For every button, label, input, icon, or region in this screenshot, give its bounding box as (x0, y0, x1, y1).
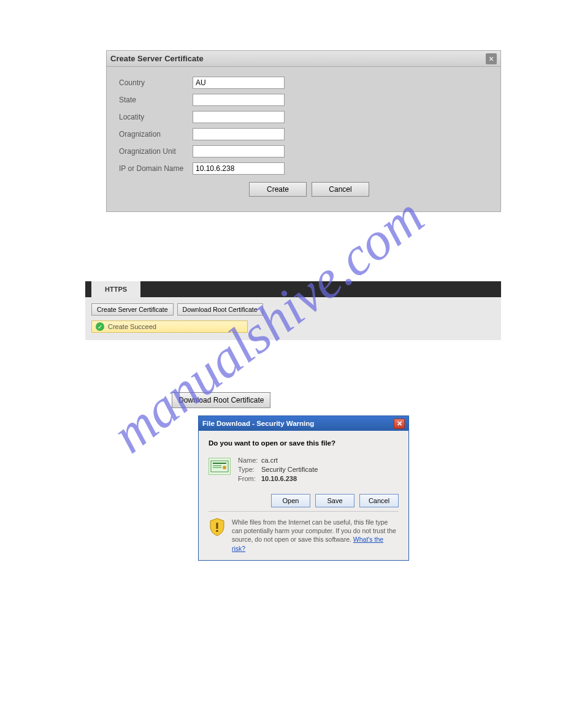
form-row-ip-domain: IP or Domain Name (119, 162, 488, 175)
value-type: Security Certificate (261, 466, 318, 473)
label-type: Type: (238, 466, 261, 473)
svg-rect-6 (216, 530, 218, 532)
file-download-dialog: File Download - Security Warning ✕ Do yo… (198, 415, 409, 561)
shield-icon (209, 518, 226, 536)
open-button[interactable]: Open (271, 494, 310, 507)
label-locality: Locatity (119, 113, 193, 121)
fd-titlebar: File Download - Security Warning ✕ (199, 416, 408, 431)
fd-button-row: Open Save Cancel (209, 494, 399, 507)
dialog-body: Country State Locatity Oragnization Orag… (107, 67, 500, 211)
input-ip-domain[interactable] (193, 162, 285, 175)
fd-body: Do you want to open or save this file? N… (199, 431, 408, 560)
cancel-button[interactable]: Cancel (312, 182, 369, 197)
input-organization-unit[interactable] (193, 145, 285, 157)
create-server-cert-button[interactable]: Create Server Certificate (91, 303, 174, 316)
https-tab-panel: HTTPS Create Server Certificate Download… (85, 281, 501, 340)
dialog-title: Create Server Certificate (110, 54, 486, 63)
form-row-organization: Oragnization (119, 128, 488, 140)
input-state[interactable] (193, 94, 285, 106)
fd-title: File Download - Security Warning (202, 420, 394, 427)
tab-body: Create Server Certificate Download Root … (85, 297, 501, 340)
close-icon[interactable]: × (486, 53, 497, 64)
certificate-icon (209, 458, 231, 475)
close-icon[interactable]: ✕ (394, 419, 405, 429)
fd-info: Name:ca.crt Type:Security Certificate Fr… (209, 457, 399, 484)
svg-rect-5 (216, 523, 218, 529)
svg-point-4 (223, 466, 226, 469)
download-button-wrap: Download Root Certificate (172, 392, 270, 408)
status-text: Create Succeed (108, 323, 156, 330)
svg-rect-1 (213, 463, 226, 464)
form-row-organization-unit: Oragnization Unit (119, 145, 488, 157)
button-row: Create Cancel (249, 182, 488, 197)
svg-rect-3 (213, 467, 221, 468)
tab-bar: HTTPS (85, 281, 501, 297)
form-row-country: Country (119, 77, 488, 89)
label-name: Name: (238, 457, 261, 464)
success-icon: ✓ (96, 322, 104, 331)
input-country[interactable] (193, 77, 285, 89)
input-locality[interactable] (193, 111, 285, 123)
input-organization[interactable] (193, 128, 285, 140)
value-from: 10.10.6.238 (261, 475, 297, 482)
label-country: Country (119, 78, 193, 87)
fd-warning-text: While files from the Internet can be use… (232, 518, 399, 553)
fd-details: Name:ca.crt Type:Security Certificate Fr… (238, 457, 318, 484)
label-organization-unit: Oragnization Unit (119, 147, 193, 156)
label-organization: Oragnization (119, 130, 193, 138)
create-button[interactable]: Create (249, 182, 307, 197)
label-ip-domain: IP or Domain Name (119, 164, 193, 173)
form-row-locality: Locatity (119, 111, 488, 123)
create-server-cert-dialog: Create Server Certificate × Country Stat… (106, 50, 501, 212)
label-state: State (119, 96, 193, 104)
value-name: ca.crt (261, 457, 278, 464)
download-root-cert-button[interactable]: Download Root Certificate (177, 303, 263, 316)
fd-warning: While files from the Internet can be use… (209, 511, 399, 553)
cancel-button[interactable]: Cancel (359, 494, 399, 507)
status-strip: ✓ Create Succeed (91, 320, 248, 333)
form-row-state: State (119, 94, 488, 106)
svg-rect-2 (213, 465, 221, 466)
tab-button-row: Create Server Certificate Download Root … (91, 303, 495, 316)
save-button[interactable]: Save (315, 494, 354, 507)
dialog-titlebar: Create Server Certificate × (107, 51, 500, 67)
download-root-cert-big-button[interactable]: Download Root Certificate (172, 392, 270, 408)
label-from: From: (238, 475, 261, 482)
tab-https[interactable]: HTTPS (91, 281, 140, 297)
fd-prompt: Do you want to open or save this file? (209, 439, 399, 447)
